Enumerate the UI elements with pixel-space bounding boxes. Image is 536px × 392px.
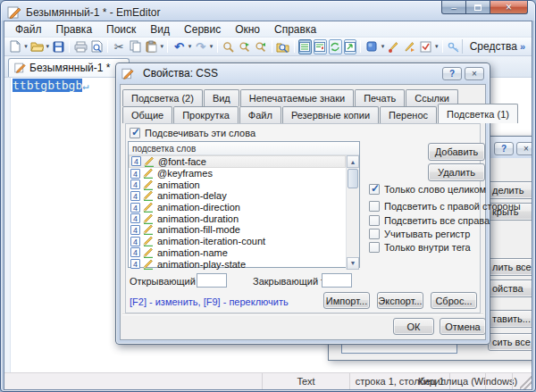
macro-record-icon[interactable] (386, 38, 402, 54)
scroll-down-icon[interactable]: ▼ (347, 257, 359, 270)
dialog-tab[interactable]: Резервные копии (282, 106, 379, 123)
add-button[interactable]: Добавить (428, 143, 485, 161)
delete-button[interactable]: Удалить (428, 163, 485, 181)
dialog-tab[interactable]: Прокрутка (173, 106, 239, 123)
redo-dropdown-icon[interactable]: ▾ (208, 43, 214, 50)
dialog-close-button[interactable]: × (465, 67, 484, 80)
undo-icon[interactable]: ↶ (171, 38, 187, 54)
list-scrollbar[interactable]: ▲ ▼ (346, 155, 359, 270)
list-item[interactable]: 4 animation-play-state (129, 258, 346, 270)
statusbar-segment[interactable]: Text (262, 373, 349, 389)
scrollbar-thumb[interactable] (348, 169, 358, 188)
background-dialog-button[interactable]: лить все (488, 258, 532, 276)
list-item[interactable]: 4 animation (129, 179, 346, 190)
statusbar-segment[interactable]: Кириллица (Windows) (449, 373, 485, 389)
open-file-icon[interactable] (29, 38, 45, 54)
word-label: animation-delay (157, 190, 227, 201)
find-in-files-icon[interactable] (275, 38, 291, 54)
background-dialog-button[interactable]: тавить... (488, 310, 532, 328)
dialog-tab[interactable]: Перенос (380, 106, 437, 123)
titlebar[interactable]: Безымянный-1 * - EmEditor – × (4, 4, 532, 21)
save-icon[interactable] (50, 38, 66, 54)
maximize-button[interactable] (466, 1, 490, 14)
list-item[interactable]: 4 animation-direction (129, 202, 346, 213)
find-icon[interactable] (221, 38, 237, 54)
redo-icon[interactable]: ↷ (192, 38, 208, 54)
dialog-tab[interactable]: Подсветка (1) (438, 104, 518, 123)
background-dialog-button[interactable]: ойства (488, 279, 532, 297)
list-item[interactable]: 4 @keyframes (129, 168, 346, 179)
checkbox-icon (369, 184, 380, 195)
list-item[interactable]: 4 animation-iteration-count (129, 236, 346, 247)
reset-button[interactable]: Сброс... (431, 292, 477, 309)
view-wrap-toggle-icon[interactable] (314, 39, 327, 54)
find-previous-icon[interactable] (253, 38, 269, 54)
close-button[interactable]: × (490, 1, 528, 14)
dialog-tab[interactable]: Непечатаемые знаки (240, 89, 354, 106)
scrollbar-track[interactable] (347, 189, 359, 257)
dialog-titlebar[interactable]: Свойства: CSS ? × (116, 63, 490, 83)
cancel-button[interactable]: Отмена (440, 318, 486, 335)
option-checkbox[interactable]: Только слово целиком (369, 184, 486, 195)
option-checkbox[interactable]: Подсветить с правой стороны (369, 201, 521, 212)
copy-icon[interactable] (127, 38, 143, 54)
print-icon[interactable] (72, 38, 88, 54)
dialog-tab[interactable]: Подсветка (2) (122, 89, 203, 106)
list-item[interactable]: 4 animation-duration (129, 213, 346, 224)
macro-dropdown-icon[interactable]: ▾ (434, 43, 440, 50)
view-normal-toggle-icon[interactable] (298, 39, 312, 54)
dialog-tab[interactable]: Печать (355, 89, 405, 106)
menu-item[interactable]: Справка (267, 22, 323, 37)
view-export-toggle-icon[interactable] (344, 39, 357, 54)
word-level-badge: 4 (130, 237, 140, 246)
background-dialog-button[interactable]: сить все (488, 333, 532, 351)
minimize-button[interactable]: – (441, 1, 466, 14)
dialog-tab[interactable]: Общие (122, 106, 172, 123)
key-icon[interactable] (446, 38, 462, 54)
toolbar-separator (360, 40, 361, 53)
menu-item[interactable]: Правка (49, 22, 100, 37)
paste-dropdown-icon[interactable]: ▾ (159, 43, 164, 50)
dialog-tab[interactable]: Вид (204, 89, 239, 106)
opening-tag-input[interactable] (197, 273, 227, 288)
macro-select-icon[interactable] (418, 38, 434, 54)
export-button[interactable]: Экспорт... (377, 292, 423, 309)
option-checkbox[interactable]: Учитывать регистр (369, 229, 470, 239)
find-next-icon[interactable] (237, 38, 253, 54)
list-header[interactable]: подсветка слов (129, 142, 359, 155)
list-item[interactable]: 4 animation-fill-mode (129, 224, 346, 236)
print-preview-icon[interactable] (88, 38, 105, 54)
menu-item[interactable]: Окно (228, 22, 267, 37)
cut-icon[interactable]: ✂ (111, 38, 127, 54)
list-item[interactable]: 4 @font-face (129, 155, 346, 168)
highlight-words-checkbox[interactable]: Подсвечивать эти слова (130, 128, 255, 138)
dialog-tab[interactable]: Файл (239, 106, 281, 123)
menu-item[interactable]: Поиск (99, 22, 143, 37)
background-dialog-close-button[interactable]: × (516, 142, 532, 155)
background-dialog-button[interactable]: делить (488, 181, 532, 199)
option-checkbox[interactable]: Только внутри тега (369, 242, 471, 253)
menu-item[interactable]: Вид (143, 22, 177, 37)
option-checkbox[interactable]: Подсветить все справа (369, 215, 490, 226)
list-item[interactable]: 4 animation-name (129, 247, 346, 259)
closing-tag-input[interactable] (322, 273, 352, 288)
dialog-help-button[interactable]: ? (442, 67, 462, 80)
resize-grip-icon[interactable] (520, 373, 532, 389)
menu-item[interactable]: Файл (8, 22, 49, 37)
paste-icon[interactable] (143, 38, 159, 54)
toolbar-overflow-chevron-icon[interactable]: » (520, 41, 529, 52)
ok-button[interactable]: ОК (393, 318, 434, 335)
background-dialog-help-button[interactable]: ? (494, 142, 514, 155)
new-file-icon[interactable] (7, 38, 23, 54)
plugins-icon[interactable] (364, 38, 380, 54)
macro-play-icon[interactable] (402, 38, 418, 54)
statusbar-segment[interactable] (512, 373, 520, 389)
document-tab[interactable]: Безымянный-1 * × (8, 58, 130, 77)
view-refresh-toggle-icon[interactable] (329, 39, 342, 54)
scroll-up-icon[interactable]: ▲ (347, 155, 359, 168)
statusbar-segment[interactable] (485, 373, 512, 389)
highlight-words-list[interactable]: подсветка слов 4 (128, 141, 360, 268)
menu-item[interactable]: Сервис (177, 22, 228, 37)
import-button[interactable]: Импорт... (323, 292, 370, 309)
list-item[interactable]: 4 animation-delay (129, 190, 346, 202)
